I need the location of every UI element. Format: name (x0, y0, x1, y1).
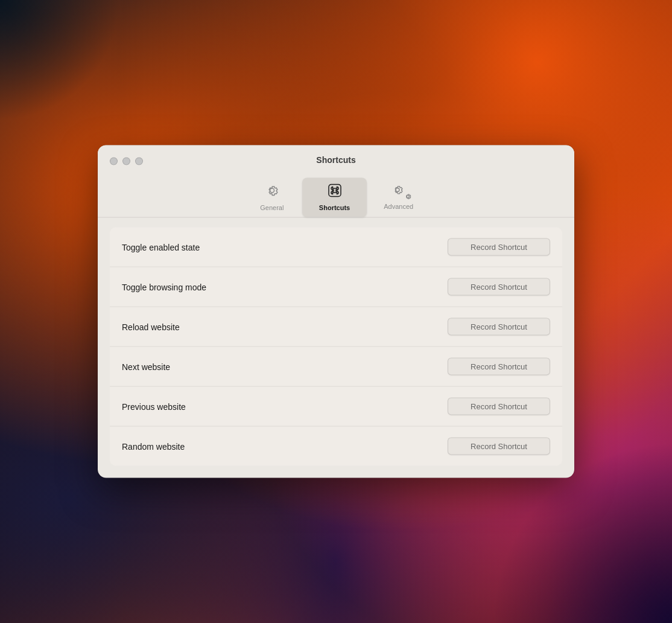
shortcut-name-toggle-browsing: Toggle browsing mode (122, 282, 206, 292)
shortcut-name-next-website: Next website (122, 362, 170, 371)
tab-general[interactable]: General (242, 178, 302, 217)
window-title: Shortcuts (110, 155, 562, 173)
svg-rect-0 (329, 185, 341, 197)
title-bar: Shortcuts (98, 145, 574, 173)
shortcut-name-random-website: Random website (122, 441, 185, 451)
close-button[interactable] (110, 158, 118, 165)
shortcut-row-reload-website: Reload website Record Shortcut (110, 307, 562, 347)
shortcut-name-toggle-enabled: Toggle enabled state (122, 242, 200, 252)
record-shortcut-reload-website[interactable]: Record Shortcut (448, 318, 550, 336)
gear-icon (264, 183, 280, 201)
shortcut-row-toggle-enabled: Toggle enabled state Record Shortcut (110, 228, 562, 267)
window: Shortcuts General (98, 145, 574, 478)
record-shortcut-next-website[interactable]: Record Shortcut (448, 358, 550, 375)
maximize-button[interactable] (135, 158, 143, 165)
toolbar: General Shortcuts (98, 173, 574, 217)
tab-shortcuts-label: Shortcuts (319, 204, 350, 211)
shortcut-row-previous-website: Previous website Record Shortcut (110, 387, 562, 427)
record-shortcut-toggle-enabled[interactable]: Record Shortcut (448, 238, 550, 256)
tab-shortcuts[interactable]: Shortcuts (302, 178, 367, 217)
shortcut-row-next-website: Next website Record Shortcut (110, 347, 562, 387)
record-shortcut-toggle-browsing[interactable]: Record Shortcut (448, 278, 550, 296)
minimize-button[interactable] (122, 158, 130, 165)
command-icon (327, 183, 343, 201)
shortcut-row-random-website: Random website Record Shortcut (110, 427, 562, 466)
shortcut-name-previous-website: Previous website (122, 401, 186, 411)
tab-general-label: General (260, 204, 284, 211)
shortcuts-list: Toggle enabled state Record Shortcut Tog… (110, 228, 562, 466)
shortcut-name-reload-website: Reload website (122, 322, 180, 331)
shortcut-row-toggle-browsing: Toggle browsing mode Record Shortcut (110, 267, 562, 307)
tab-advanced[interactable]: Advanced (367, 178, 430, 217)
window-wrapper: Shortcuts General (98, 145, 574, 478)
traffic-lights (110, 158, 143, 165)
content-area: Toggle enabled state Record Shortcut Tog… (98, 218, 574, 478)
tab-advanced-label: Advanced (384, 203, 413, 210)
record-shortcut-previous-website[interactable]: Record Shortcut (448, 398, 550, 415)
advanced-gear-icon (390, 183, 407, 200)
record-shortcut-random-website[interactable]: Record Shortcut (448, 438, 550, 455)
